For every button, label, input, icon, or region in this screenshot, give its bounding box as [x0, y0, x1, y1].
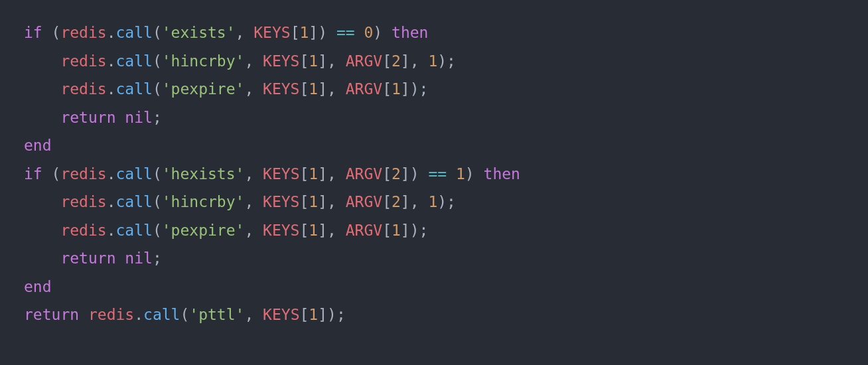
token-id: ARGV [346, 193, 382, 210]
token-punc: ]); [401, 222, 429, 239]
token-punc: ; [153, 250, 162, 267]
token-punc: ) [373, 24, 392, 41]
token-punc: [ [382, 222, 392, 239]
token-num: 1 [309, 80, 318, 98]
token-punc: [ [299, 80, 309, 98]
token-id: redis [60, 24, 106, 41]
token-fn: call [116, 52, 153, 70]
token-punc [24, 222, 60, 239]
token-num: 2 [392, 165, 401, 183]
token-id: redis [60, 80, 106, 98]
token-punc [24, 193, 60, 210]
token-punc [355, 24, 364, 41]
token-id: ARGV [346, 222, 382, 239]
token-kw: if [24, 24, 42, 41]
token-punc [24, 80, 60, 98]
token-punc: . [107, 80, 116, 98]
token-punc: , [244, 222, 263, 239]
token-id: KEYS [263, 222, 299, 239]
token-num: 1 [456, 165, 465, 183]
token-id: redis [60, 222, 106, 239]
token-num: 1 [309, 222, 318, 239]
token-kw: return [60, 109, 115, 126]
token-punc: ); [437, 193, 456, 210]
token-id: KEYS [263, 80, 299, 98]
token-punc: ], [318, 222, 346, 239]
token-punc: [ [382, 193, 392, 210]
token-num: 0 [364, 24, 373, 41]
token-kw: return [60, 250, 115, 267]
token-punc [447, 165, 456, 183]
token-id: redis [60, 52, 106, 70]
token-kw: return [24, 306, 79, 323]
token-str: 'pexpire' [162, 80, 245, 98]
token-punc [24, 52, 60, 70]
token-punc: [ [299, 222, 309, 239]
token-punc: . [134, 306, 143, 323]
token-punc [115, 250, 125, 267]
token-punc [24, 109, 60, 126]
token-kw: then [392, 24, 428, 41]
token-punc: [ [382, 80, 392, 98]
token-punc: ]); [318, 306, 346, 323]
token-punc: . [107, 193, 116, 210]
token-num: 1 [392, 222, 401, 239]
token-punc: . [107, 24, 116, 41]
token-op: == [428, 165, 447, 183]
token-punc: , [244, 193, 263, 210]
token-num: 1 [309, 52, 318, 70]
token-str: 'pttl' [189, 306, 244, 323]
token-punc: ); [437, 52, 456, 70]
token-num: 1 [428, 52, 437, 70]
token-punc [24, 250, 60, 267]
token-str: 'hincrby' [162, 52, 245, 70]
token-punc: ( [153, 222, 162, 239]
token-str: 'exists' [162, 24, 236, 41]
token-punc: [ [299, 52, 309, 70]
token-num: 1 [309, 306, 318, 323]
token-punc: . [107, 52, 116, 70]
token-punc: , [236, 24, 254, 41]
token-num: 1 [392, 80, 401, 98]
token-fn: call [143, 306, 180, 323]
token-punc: ], [318, 80, 346, 98]
code-content: if (redis.call('exists', KEYS[1]) == 0) … [24, 24, 520, 323]
token-id: redis [88, 306, 134, 323]
token-num: 1 [309, 165, 318, 183]
token-punc: ]); [401, 80, 429, 98]
token-punc: , [244, 165, 263, 183]
token-id: ARGV [346, 52, 382, 70]
token-punc: ( [153, 24, 162, 41]
token-punc: [ [299, 193, 309, 210]
token-fn: call [116, 80, 153, 98]
token-num: 2 [392, 193, 401, 210]
token-punc: ], [318, 193, 346, 210]
token-punc: , [244, 306, 263, 323]
token-id: KEYS [263, 306, 299, 323]
token-fn: call [116, 24, 153, 41]
token-punc: , [244, 80, 263, 98]
token-id: KEYS [263, 52, 299, 70]
token-punc [115, 109, 125, 126]
token-punc: ( [42, 165, 61, 183]
token-id: KEYS [263, 165, 299, 183]
token-kw: end [24, 137, 52, 154]
token-num: 1 [300, 24, 309, 41]
token-kw: if [24, 165, 42, 183]
token-punc: ( [153, 193, 162, 210]
token-punc: [ [382, 52, 392, 70]
token-kw: nil [125, 109, 153, 126]
token-str: 'hexists' [162, 165, 245, 183]
code-block[interactable]: if (redis.call('exists', KEYS[1]) == 0) … [0, 0, 868, 348]
token-punc: , [244, 52, 263, 70]
token-str: 'hincrby' [162, 193, 245, 210]
token-punc: . [107, 222, 116, 239]
token-punc: [ [300, 306, 309, 323]
token-punc: [ [382, 165, 392, 183]
token-str: 'pexpire' [162, 222, 245, 239]
token-id: KEYS [263, 193, 299, 210]
token-punc: ( [180, 306, 189, 323]
token-punc: ( [153, 165, 162, 183]
token-punc: [ [291, 24, 300, 41]
token-punc: ( [153, 80, 162, 98]
